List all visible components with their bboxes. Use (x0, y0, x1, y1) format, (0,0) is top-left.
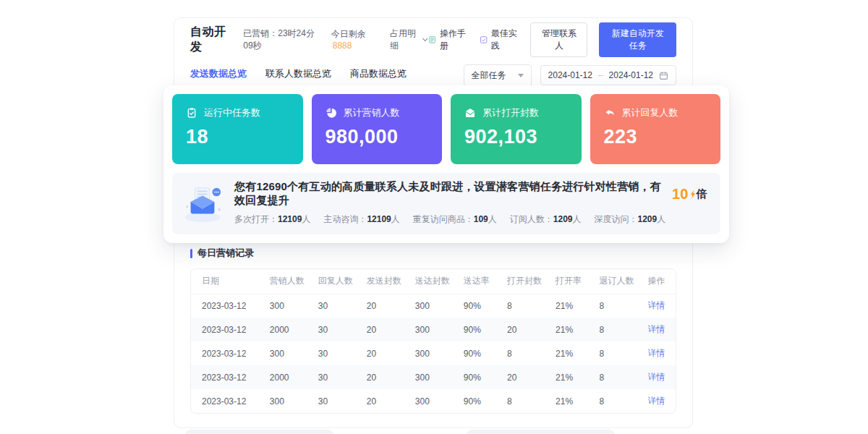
banner-multiplier: 10 (672, 186, 689, 203)
reply-arrow-icon (604, 107, 616, 119)
table-cell: 8 (496, 389, 545, 413)
table-cell: 300 (404, 365, 453, 389)
date-range-picker[interactable]: 2024-01-12 – 2024-01-12 (540, 65, 676, 85)
stat-label: 累计回复人数 (622, 106, 678, 119)
table-cell: 8 (588, 318, 637, 341)
caret-down-icon (518, 74, 524, 77)
table-cell: 30 (307, 294, 356, 318)
tab-product-data[interactable]: 商品数据总览 (350, 67, 407, 83)
marketed-duration: 已营销：23时24分09秒 (243, 27, 320, 52)
table-cell: 2023-03-12 (191, 341, 259, 365)
table-cell: 300 (259, 294, 307, 318)
table-cell-action: 详情 (637, 389, 676, 413)
manual-icon (428, 35, 436, 45)
manage-contacts-button[interactable]: 管理联系人 (530, 22, 587, 57)
pie-chart-icon (326, 107, 337, 119)
stat-card-opened-mails: 累计打开封数 902,103 (451, 94, 582, 164)
stat-label: 累计营销人数 (344, 106, 400, 119)
metric-multi-open: 多次打开：12109人 (234, 213, 310, 226)
daily-marketing-table: 日期 营销人数 回复人数 发送封数 送达封数 送达率 打开封数 打开率 退订人数… (190, 268, 676, 414)
daily-marketing-section: 每日营销记录 日期 营销人数 回复人数 发送封数 送达封数 (174, 247, 692, 414)
table-cell: 300 (259, 389, 307, 413)
table-row: 2023-03-12300302030090%821%8详情 (191, 389, 676, 413)
stat-value: 980,000 (326, 126, 429, 148)
table-cell: 300 (404, 294, 453, 318)
table-cell: 8 (588, 294, 637, 318)
table-cell: 21% (545, 294, 588, 318)
banner-metrics: 多次打开：12109人 主动咨询：12109人 重复访问商品：109人 订阅人数… (234, 213, 707, 226)
mailbox-illustration-icon (179, 183, 226, 224)
table-cell-action: 详情 (637, 318, 676, 341)
usage-detail-dropdown[interactable]: 占用明细 (390, 27, 428, 52)
table-cell: 90% (453, 341, 496, 365)
tab-contact-data[interactable]: 联系人数据总览 (265, 67, 331, 83)
title-accent-bar (190, 249, 192, 258)
stat-cards: 运行中任务数 18 累计营销人数 980,000 累计打开封数 902,103 (172, 94, 720, 164)
next-section-card-right (467, 430, 615, 434)
col-open-rate: 打开率 (545, 269, 588, 294)
date-separator: – (598, 70, 603, 80)
detail-link[interactable]: 详情 (647, 372, 665, 382)
suggestion-banner: 您有12690个有互动的高质量联系人未及时跟进，设置潜客营销任务进行针对性营销，… (172, 173, 720, 234)
header-actions: 操作手册 最佳实践 管理联系人 新建自动开发任务 (428, 22, 676, 57)
table-cell: 2023-03-12 (191, 365, 259, 389)
stat-label: 运行中任务数 (204, 106, 260, 119)
banner-suffix: 倍 (697, 187, 707, 201)
remaining-count: 8888 (333, 41, 352, 51)
new-task-button[interactable]: 新建自动开发任务 (599, 22, 676, 57)
table-cell: 300 (404, 389, 453, 413)
table-cell-action: 详情 (637, 341, 676, 365)
table-cell: 30 (307, 341, 356, 365)
header-meta: 已营销：23时24分09秒 今日剩余8888 占用明细 (243, 27, 428, 52)
tabs-row: 发送数据总览 联系人数据总览 商品数据总览 全部任务 2024-01-12 – … (174, 63, 692, 88)
date-end: 2024-01-12 (609, 70, 653, 80)
table-cell-action: 详情 (637, 365, 676, 389)
date-start: 2024-01-12 (548, 70, 592, 80)
table-header: 日期 营销人数 回复人数 发送封数 送达封数 送达率 打开封数 打开率 退订人数… (191, 269, 676, 294)
stat-value: 223 (604, 126, 707, 148)
col-delivery-rate: 送达率 (453, 269, 496, 294)
table-cell: 8 (496, 294, 545, 318)
metric-subscribers: 订阅人数：1209人 (510, 213, 582, 226)
stat-card-replied-people: 累计回复人数 223 (590, 94, 721, 164)
calendar-icon (659, 71, 668, 80)
table-cell: 2023-03-12 (191, 318, 259, 341)
table-cell: 90% (453, 389, 496, 413)
task-select[interactable]: 全部任务 (464, 64, 532, 87)
table-cell: 20 (496, 318, 545, 341)
table-cell: 8 (588, 341, 637, 365)
table-cell: 90% (453, 294, 496, 318)
table-row: 2023-03-122000302030090%2021%8详情 (191, 318, 676, 341)
table-cell: 20 (496, 365, 545, 389)
chevron-down-icon (422, 38, 428, 42)
col-unsubscribed: 退订人数 (588, 269, 637, 294)
stat-label: 累计打开封数 (482, 106, 539, 119)
next-section-card-left (185, 430, 333, 434)
section-title: 每日营销记录 (190, 247, 676, 260)
table-cell: 8 (496, 341, 545, 365)
detail-link[interactable]: 详情 (647, 324, 665, 334)
metric-inquiry: 主动咨询：12109人 (323, 213, 399, 226)
table-row: 2023-03-12300302030090%821%8详情 (191, 341, 676, 365)
stats-overlay-card: 运行中任务数 18 累计营销人数 980,000 累计打开封数 902,103 (163, 85, 729, 243)
clipboard-check-icon (186, 107, 197, 119)
stat-card-running-tasks: 运行中任务数 18 (172, 94, 303, 164)
col-delivered: 送达封数 (404, 269, 453, 294)
best-practice-link[interactable]: 最佳实践 (480, 27, 519, 52)
table-cell: 2023-03-12 (191, 389, 259, 413)
detail-link[interactable]: 详情 (647, 300, 665, 310)
table-row: 2023-03-122000302030090%2021%8详情 (191, 365, 676, 389)
col-sent: 发送封数 (356, 269, 404, 294)
table-cell: 20 (356, 318, 404, 341)
tab-send-data[interactable]: 发送数据总览 (190, 67, 247, 83)
detail-link[interactable]: 详情 (647, 348, 665, 358)
detail-link[interactable]: 详情 (647, 396, 665, 406)
table-cell: 20 (356, 341, 404, 365)
table-cell: 20 (356, 365, 404, 389)
table-cell: 30 (307, 389, 356, 413)
manual-link[interactable]: 操作手册 (428, 27, 468, 52)
stat-card-marketed-people: 累计营销人数 980,000 (312, 94, 443, 164)
table-cell: 21% (545, 318, 588, 341)
stat-value: 902,103 (464, 126, 568, 148)
table-body: 2023-03-12300302030090%821%8详情2023-03-12… (191, 294, 676, 413)
